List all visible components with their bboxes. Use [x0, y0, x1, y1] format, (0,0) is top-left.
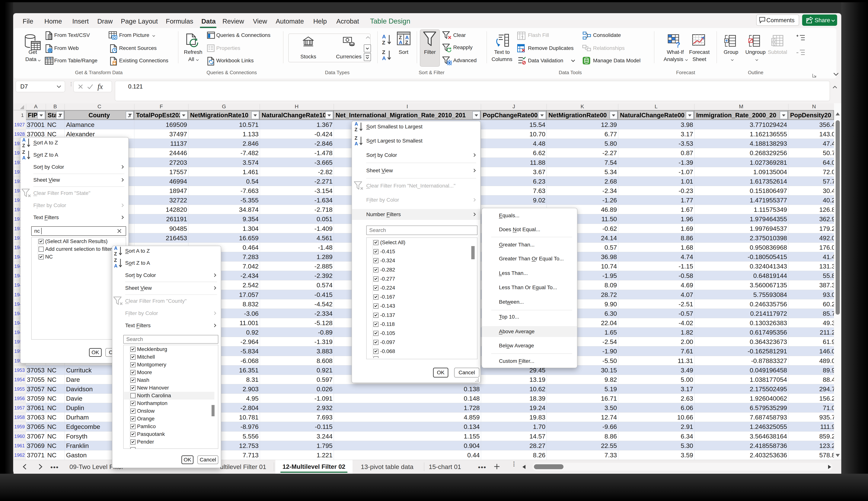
svg-text:A: A — [22, 137, 25, 142]
svg-text:Z: Z — [114, 258, 117, 263]
svg-text:A: A — [355, 121, 358, 127]
svg-text:Z: Z — [114, 251, 117, 256]
svg-text:A: A — [114, 263, 117, 268]
svg-text:A: A — [114, 246, 117, 251]
svg-text:Z: Z — [355, 127, 357, 132]
svg-text:Z: Z — [355, 136, 357, 141]
svg-text:Z: Z — [22, 150, 25, 155]
svg-text:A: A — [355, 141, 358, 146]
svg-text:Z: Z — [22, 143, 25, 148]
svg-text:A: A — [22, 155, 25, 160]
